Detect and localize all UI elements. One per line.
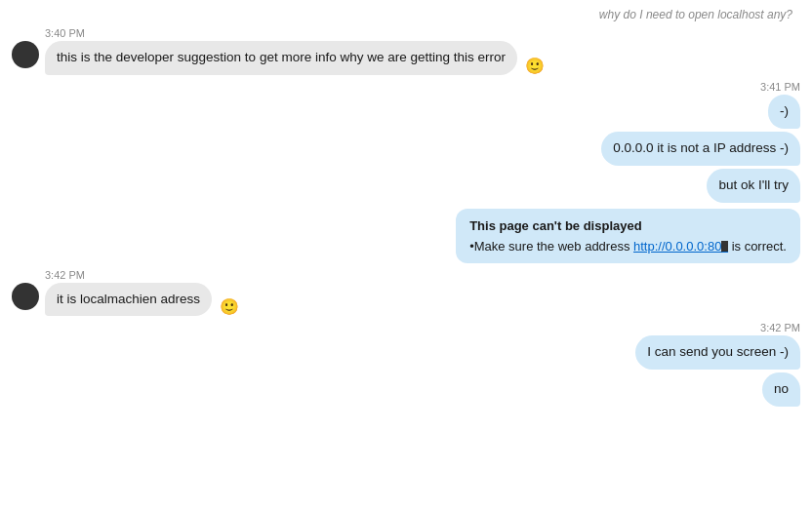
message-row-3: This page can't be displayed •Make sure …: [12, 209, 800, 263]
message-group-2: 3:41 PM -) 0.0.0.0 it is not a IP addres…: [601, 81, 800, 203]
emoji-1: 🙂: [525, 57, 545, 75]
timestamp-1: 3:40 PM: [45, 27, 545, 39]
top-partial-message: why do I need to open localhost any?: [12, 8, 800, 21]
message-with-emoji-4: it is localmachien adress 🙂: [45, 283, 239, 317]
message-with-emoji-1: this is the developer suggestion to get …: [45, 41, 545, 75]
avatar-1: [12, 41, 39, 68]
bubble-2a: -): [768, 95, 800, 129]
message-group-5: 3:42 PM I can send you screen -) no: [635, 322, 800, 407]
message-row-5: 3:42 PM I can send you screen -) no: [12, 322, 800, 407]
emoji-4: 🙂: [220, 297, 239, 316]
timestamp-2: 3:41 PM: [760, 81, 800, 93]
chat-container: why do I need to open localhost any? 3:4…: [0, 0, 812, 509]
bubble-4: it is localmachien adress: [45, 283, 212, 317]
message-row-2: 3:41 PM -) 0.0.0.0 it is not a IP addres…: [12, 81, 800, 203]
screenshot-bullet: •Make sure the web address http://0.0.0.…: [469, 239, 787, 254]
message-row-1: 3:40 PM this is the developer suggestion…: [12, 27, 800, 75]
bubble-1: this is the developer suggestion to get …: [45, 41, 517, 75]
avatar-4: [12, 283, 39, 310]
timestamp-4: 3:42 PM: [45, 269, 239, 281]
screenshot-bubble: This page can't be displayed •Make sure …: [456, 209, 800, 263]
screenshot-link[interactable]: http://0.0.0.0:80■: [633, 239, 728, 254]
message-group-1: 3:40 PM this is the developer suggestion…: [45, 27, 545, 75]
bubble-2b: 0.0.0.0 it is not a IP address -): [601, 132, 800, 166]
bubble-5a: I can send you screen -): [635, 335, 800, 370]
message-row-4: 3:42 PM it is localmachien adress 🙂: [12, 269, 800, 317]
message-group-4: 3:42 PM it is localmachien adress 🙂: [45, 269, 239, 317]
screenshot-title: This page can't be displayed: [469, 218, 787, 233]
message-group-3: This page can't be displayed •Make sure …: [456, 209, 800, 263]
timestamp-5: 3:42 PM: [760, 322, 800, 333]
bubble-5b: no: [762, 372, 800, 407]
bubble-2c: but ok I'll try: [707, 169, 800, 203]
